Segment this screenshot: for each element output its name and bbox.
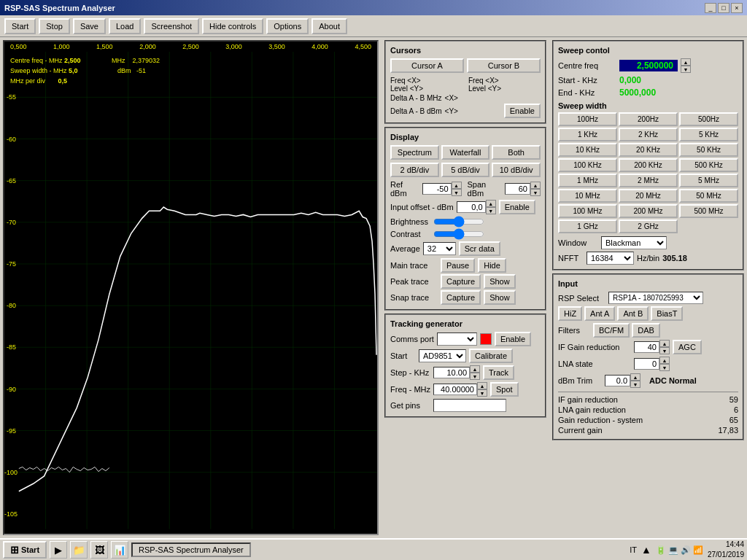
- sweep-2khz[interactable]: 2 KHz: [619, 128, 678, 141]
- sweep-100hz[interactable]: 100Hz: [558, 112, 617, 126]
- sweep-10khz[interactable]: 10 KHz: [558, 143, 617, 157]
- centre-freq-spinners[interactable]: ▲ ▼: [681, 58, 691, 73]
- taskbar-up-arrow[interactable]: ▲: [641, 544, 651, 556]
- close-button[interactable]: ×: [731, 3, 743, 13]
- lna-up[interactable]: ▲: [659, 357, 670, 364]
- freq-down[interactable]: ▼: [477, 389, 487, 397]
- input-offset-input[interactable]: ▲ ▼: [457, 200, 496, 214]
- if-gain-field[interactable]: [634, 341, 659, 353]
- sweep-50mhz[interactable]: 50 MHz: [679, 189, 738, 203]
- brightness-slider[interactable]: [433, 217, 484, 227]
- app-taskbar-item[interactable]: RSP-SAS Spectrum Analyser: [131, 542, 251, 557]
- ref-dbm-input[interactable]: ▲ ▼: [422, 182, 462, 196]
- window-controls[interactable]: _ □ ×: [705, 3, 743, 13]
- input-offset-down[interactable]: ▼: [486, 207, 496, 214]
- start-menu-button[interactable]: ⊞ Start: [3, 541, 47, 559]
- agc-button[interactable]: AGC: [673, 340, 702, 354]
- dbm-trim-up[interactable]: ▲: [630, 373, 640, 381]
- save-button[interactable]: Save: [73, 18, 106, 34]
- sweep-2mhz[interactable]: 2 MHz: [619, 174, 678, 187]
- input-offset-enable-button[interactable]: Enable: [499, 200, 535, 214]
- sweep-100khz[interactable]: 100 KHz: [558, 158, 617, 172]
- input-offset-up[interactable]: ▲: [486, 200, 496, 207]
- sweep-2ghz[interactable]: 2 GHz: [619, 219, 678, 233]
- sweep-20khz[interactable]: 20 KHz: [619, 143, 678, 157]
- dab-button[interactable]: DAB: [632, 323, 660, 338]
- start-select[interactable]: AD9851: [419, 349, 466, 362]
- centre-freq-up[interactable]: ▲: [681, 58, 691, 66]
- window-select[interactable]: Blackman Hamming Hanning Rectangular: [601, 236, 667, 249]
- waterfall-button[interactable]: Waterfall: [441, 145, 490, 160]
- ref-dbm-field[interactable]: [422, 183, 452, 195]
- step-up[interactable]: ▲: [470, 365, 480, 373]
- ant-a-button[interactable]: Ant A: [584, 306, 615, 321]
- contrast-slider[interactable]: [433, 229, 484, 239]
- input-offset-field[interactable]: [457, 201, 486, 213]
- sweep-5mhz[interactable]: 5 MHz: [679, 174, 738, 187]
- load-button[interactable]: Load: [109, 18, 141, 34]
- options-button[interactable]: Options: [266, 18, 309, 34]
- sweep-10mhz[interactable]: 10 MHz: [558, 189, 617, 203]
- sweep-1ghz[interactable]: 1 GHz: [558, 219, 617, 233]
- sweep-500mhz[interactable]: 500 MHz: [679, 204, 738, 218]
- spot-button[interactable]: Spot: [490, 382, 519, 397]
- capture2-button[interactable]: Capture: [441, 290, 481, 305]
- calibrate-button[interactable]: Calibrate: [469, 349, 513, 363]
- db-5-button[interactable]: 5 dB/div: [441, 163, 490, 177]
- span-dbm-down[interactable]: ▼: [530, 189, 541, 196]
- bc-fm-button[interactable]: BC/FM: [593, 323, 630, 338]
- maximize-button[interactable]: □: [718, 3, 729, 13]
- if-gain-up[interactable]: ▲: [659, 340, 670, 347]
- sweep-50khz[interactable]: 50 KHz: [679, 143, 738, 157]
- span-dbm-field[interactable]: [505, 183, 530, 195]
- span-dbm-input[interactable]: ▲ ▼: [505, 182, 541, 196]
- sweep-200mhz[interactable]: 200 MHz: [619, 204, 678, 218]
- hide-controls-button[interactable]: Hide controls: [202, 18, 263, 34]
- sweep-500hz[interactable]: 500Hz: [679, 112, 738, 126]
- bias-t-button[interactable]: BiasT: [651, 306, 683, 321]
- sweep-1mhz[interactable]: 1 MHz: [558, 174, 617, 187]
- track-button[interactable]: Track: [483, 365, 514, 380]
- comms-port-select[interactable]: [437, 332, 477, 346]
- minimize-button[interactable]: _: [705, 3, 716, 13]
- stop-button[interactable]: Stop: [39, 18, 70, 34]
- folder-icon[interactable]: 📁: [70, 541, 88, 559]
- dbm-trim-down[interactable]: ▼: [630, 381, 640, 388]
- media-player-icon[interactable]: ▶: [50, 541, 67, 559]
- spectrum-button[interactable]: Spectrum: [390, 145, 439, 160]
- get-pins-field[interactable]: [433, 399, 506, 412]
- sweep-200khz[interactable]: 200 KHz: [619, 158, 678, 172]
- screenshot-button[interactable]: Screenshot: [144, 18, 199, 34]
- ref-dbm-up[interactable]: ▲: [452, 182, 462, 189]
- sweep-5khz[interactable]: 5 KHz: [679, 128, 738, 141]
- hide-button[interactable]: Hide: [478, 258, 506, 273]
- start-button[interactable]: Start: [4, 18, 36, 34]
- both-button[interactable]: Both: [492, 145, 541, 160]
- sweep-200hz[interactable]: 200Hz: [619, 112, 678, 126]
- sweep-500khz[interactable]: 500 KHz: [679, 158, 738, 172]
- ref-dbm-down[interactable]: ▼: [452, 189, 462, 196]
- spectrum-taskbar-icon[interactable]: 📊: [111, 541, 128, 559]
- sweep-100mhz[interactable]: 100 MHz: [558, 204, 617, 218]
- show2-button[interactable]: Show: [484, 290, 516, 305]
- scr-data-button[interactable]: Scr data: [459, 241, 500, 256]
- cursor-a-button[interactable]: Cursor A: [390, 58, 464, 73]
- show-button[interactable]: Show: [484, 274, 516, 289]
- span-dbm-up[interactable]: ▲: [530, 182, 541, 189]
- sweep-20mhz[interactable]: 20 MHz: [619, 189, 678, 203]
- ant-b-button[interactable]: Ant B: [617, 306, 649, 321]
- average-select[interactable]: 3216842: [423, 242, 456, 255]
- freq-up[interactable]: ▲: [477, 382, 487, 389]
- freq-mhz-field[interactable]: [433, 384, 477, 395]
- nfft-select[interactable]: 16384 8192 4096: [587, 252, 634, 265]
- photo-icon[interactable]: 🖼: [90, 541, 108, 559]
- tracking-enable-button[interactable]: Enable: [495, 332, 531, 346]
- step-khz-field[interactable]: [433, 367, 470, 378]
- capture-button[interactable]: Capture: [441, 274, 481, 289]
- centre-freq-down[interactable]: ▼: [681, 66, 691, 73]
- cursor-b-button[interactable]: Cursor B: [467, 58, 541, 73]
- step-down[interactable]: ▼: [470, 373, 480, 380]
- sweep-1khz[interactable]: 1 KHz: [558, 128, 617, 141]
- if-gain-down[interactable]: ▼: [659, 347, 670, 354]
- db-2-button[interactable]: 2 dB/div: [390, 163, 439, 177]
